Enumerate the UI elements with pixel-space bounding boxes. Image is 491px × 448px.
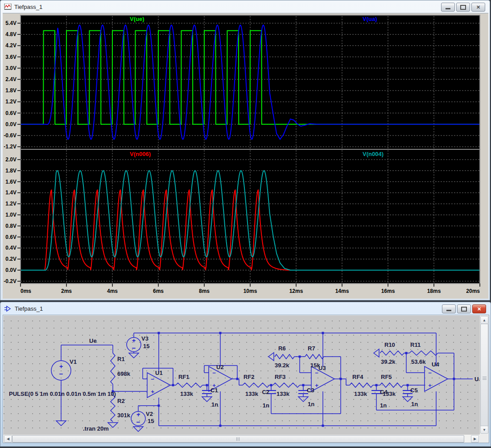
schematic-text[interactable]: V1 — [70, 358, 77, 365]
schematic-text[interactable]: 133k — [383, 390, 396, 397]
resistor-RF4[interactable] — [350, 383, 373, 387]
waveform-plot-svg[interactable]: 5.4V4.8V4.2V3.6V3.0V2.4V1.8V1.2V0.6V0.0V… — [3, 13, 488, 299]
restore-button[interactable] — [456, 3, 470, 12]
schematic-text[interactable]: RF4 — [352, 374, 363, 380]
ground-symbol-left[interactable] — [374, 349, 379, 357]
ground-symbol-left[interactable] — [268, 353, 274, 361]
resistor-R1[interactable] — [111, 353, 115, 384]
opamp-U4[interactable]: −+ — [425, 366, 448, 391]
schematic-text[interactable]: RF5 — [381, 374, 392, 380]
ground-symbol[interactable] — [298, 397, 308, 402]
schematic-text[interactable]: RF3 — [275, 374, 286, 380]
close-button[interactable]: ✕ — [472, 304, 486, 313]
ground-symbol[interactable] — [129, 353, 139, 358]
resistor-R7[interactable] — [305, 354, 324, 359]
schematic-text[interactable]: 1n — [380, 402, 387, 409]
schematic-titlebar[interactable]: Tiefpass_1 ✕ — [0, 303, 491, 314]
resistor-R6[interactable] — [275, 354, 294, 359]
schematic-text[interactable]: C3 — [307, 387, 314, 394]
scroll-down-arrow[interactable]: ▼ — [480, 426, 488, 434]
minimize-button[interactable] — [441, 3, 455, 12]
schematic-text[interactable]: 133k — [276, 390, 290, 397]
y-tick-label: 5.4V — [5, 20, 17, 26]
close-button[interactable]: ✕ — [471, 3, 485, 12]
schematic-text[interactable]: 15 — [148, 418, 154, 424]
trace-label-V(n004)[interactable]: V(n004) — [363, 151, 384, 157]
schematic-text[interactable]: 133k — [245, 390, 259, 397]
schematic-text[interactable]: RF2 — [243, 374, 255, 380]
trace-label-V(ue)[interactable]: V(ue) — [130, 16, 144, 22]
schematic-text[interactable]: 1n — [308, 401, 314, 407]
svg-text:−: − — [132, 344, 136, 352]
restore-button[interactable] — [457, 304, 471, 313]
schematic-text[interactable]: 39.2k — [381, 358, 396, 365]
schematic-text[interactable]: RF1 — [178, 374, 190, 380]
waveform-titlebar[interactable]: Tiefpass_1 ✕ — [0, 1, 490, 12]
y-tick-label: 0.6V — [5, 110, 17, 116]
trace-label-V(n006)[interactable]: V(n006) — [130, 151, 151, 157]
scroll-left-arrow[interactable]: ◀ — [4, 435, 12, 443]
scroll-up-arrow[interactable]: ▲ — [480, 316, 488, 324]
schematic-text[interactable]: U1 — [155, 370, 163, 376]
schematic-canvas[interactable]: +−+−+−−+−+−+−+UeV1PULSE(0 5 1m 0.01n 0.0… — [4, 316, 479, 434]
schematic-text[interactable]: 133k — [180, 390, 194, 397]
resistor-R2[interactable] — [111, 395, 115, 422]
schematic-text[interactable]: R10 — [384, 341, 395, 348]
schematic-text[interactable]: R7 — [308, 345, 315, 352]
plot-pane-1[interactable]: 5.4V4.8V4.2V3.6V3.0V2.4V1.8V1.2V0.6V0.0V… — [4, 15, 480, 150]
plot-pane-2[interactable]: 2.0V1.8V1.6V1.4V1.2V1.0V0.8V0.6V0.4V0.2V… — [4, 149, 480, 284]
y-tick-label: 1.2V — [5, 201, 17, 207]
schematic-text[interactable]: .tran 20m — [83, 425, 109, 432]
voltage-source-V2[interactable]: +− — [131, 411, 145, 426]
ground-symbol[interactable] — [133, 427, 143, 432]
schematic-text[interactable]: 1n — [411, 401, 418, 407]
schematic-text[interactable]: 133k — [354, 390, 367, 397]
schematic-text[interactable]: 53.6k — [411, 358, 426, 365]
schematic-text[interactable]: R1 — [117, 356, 125, 362]
horizontal-scroll-thumb[interactable] — [12, 435, 464, 443]
horizontal-scrollbar[interactable]: ◀ ▶ — [4, 434, 479, 443]
schematic-text[interactable]: 1n — [263, 402, 269, 409]
schematic-text[interactable]: 15 — [143, 343, 149, 349]
schematic-text[interactable]: R11 — [410, 341, 421, 348]
schematic-text[interactable]: V3 — [141, 335, 149, 342]
schematic-text[interactable]: PULSE(0 5 1m 0.01n 0.01n 0.5m 1m 10) — [9, 390, 116, 397]
schematic-text[interactable]: 301k — [117, 412, 131, 419]
schematic-text[interactable]: Ue — [89, 337, 97, 344]
schematic-text[interactable]: 698k — [117, 370, 131, 377]
schematic-text[interactable]: R6 — [278, 345, 286, 352]
schematic-text[interactable]: R2 — [117, 398, 125, 404]
vertical-scroll-thumb[interactable] — [480, 324, 488, 427]
resistor-RF2[interactable] — [243, 383, 269, 387]
resistor-R10[interactable] — [380, 351, 404, 355]
resistor-RF1[interactable] — [176, 383, 202, 387]
schematic-text[interactable]: Ua — [474, 376, 479, 382]
svg-text:−: − — [136, 418, 140, 426]
scroll-right-arrow[interactable]: ▶ — [471, 435, 479, 443]
schematic-text[interactable]: 1n — [211, 401, 218, 408]
waveform-plot-area[interactable]: 5.4V4.8V4.2V3.6V3.0V2.4V1.8V1.2V0.6V0.0V… — [3, 13, 488, 299]
schematic-text[interactable]: U4 — [432, 361, 439, 368]
opamp-U1[interactable]: −+ — [147, 373, 170, 398]
y-tick-label: 0.4V — [5, 245, 17, 251]
schematic-text[interactable]: U3 — [318, 365, 326, 371]
schematic-text[interactable]: C2 — [262, 389, 269, 395]
ground-symbol[interactable] — [108, 423, 118, 427]
voltage-source-V1[interactable]: +− — [51, 361, 71, 380]
schematic-text[interactable]: C5 — [410, 387, 418, 394]
ground-symbol[interactable] — [202, 397, 212, 402]
schematic-svg[interactable]: +−+−+−−+−+−+−+UeV1PULSE(0 5 1m 0.01n 0.0… — [4, 316, 479, 434]
vertical-scrollbar[interactable]: ▲ ▼ — [479, 316, 488, 434]
resistor-RF3[interactable] — [273, 383, 300, 387]
voltage-source-V3[interactable]: +− — [127, 337, 141, 352]
schematic-text[interactable]: U2 — [216, 364, 224, 370]
resistor-RF5[interactable] — [380, 383, 403, 387]
trace-label-V(ua)[interactable]: V(ua) — [363, 16, 377, 22]
resistor-R11[interactable] — [409, 351, 438, 355]
ground-symbol[interactable] — [56, 421, 66, 426]
schematic-text[interactable]: V2 — [146, 411, 153, 417]
svg-text:−: − — [428, 370, 432, 376]
schematic-text[interactable]: C1 — [210, 387, 218, 394]
schematic-text[interactable]: 39.2k — [275, 362, 289, 369]
minimize-button[interactable] — [442, 304, 456, 313]
